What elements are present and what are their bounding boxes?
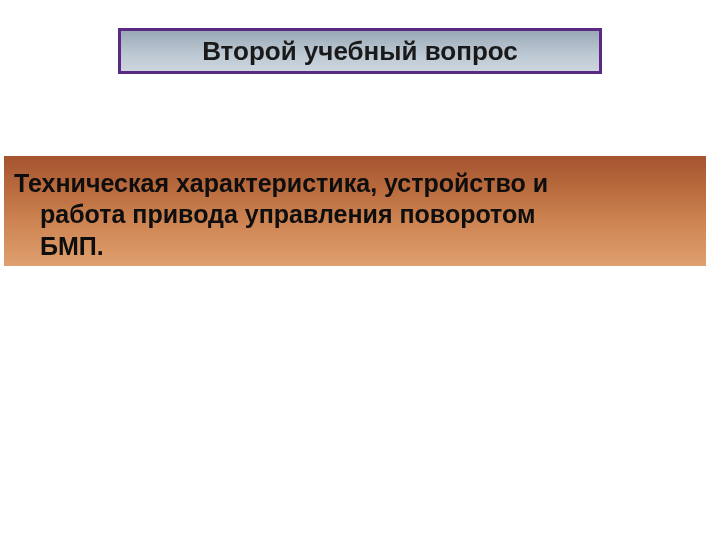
body-line-1: Техническая характеристика, устройство и [14,169,548,197]
title-text: Второй учебный вопрос [202,36,518,67]
body-line-2: работа привода управления поворотом [14,199,690,230]
title-box: Второй учебный вопрос [118,28,602,74]
body-box: Техническая характеристика, устройство и… [4,156,706,266]
body-line-3: БМП. [14,231,690,262]
body-text: Техническая характеристика, устройство и… [14,168,690,262]
